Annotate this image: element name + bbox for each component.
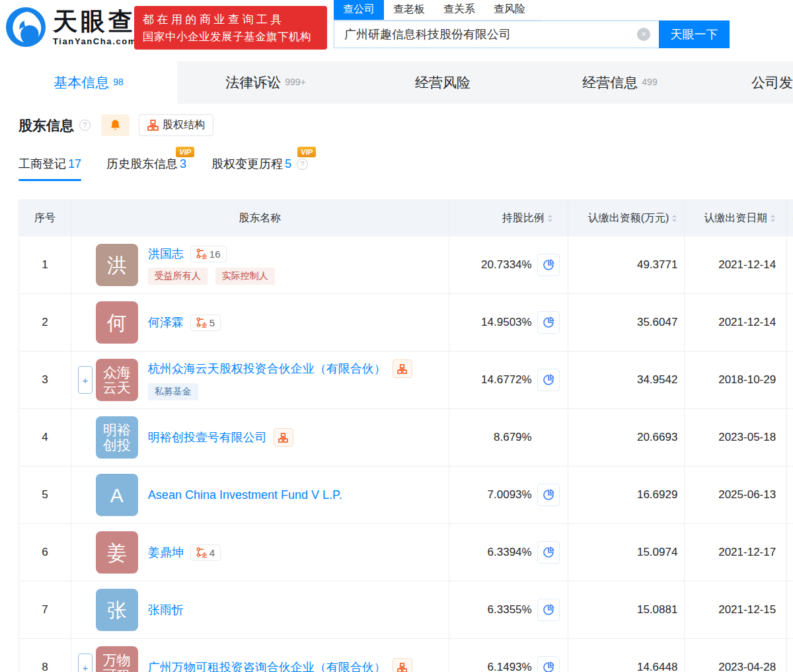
pie-chart-icon-button[interactable] <box>537 311 560 334</box>
subscribed-amount: 49.3771 <box>568 237 685 293</box>
shareholder-section: 股东信息 ? 股权结构 工商登记17历史股东信息3VIP股权变更历程5VIP? <box>0 104 793 672</box>
shareholder-table: 序号股东名称持股比例认缴出资额(万元)认缴出资日期实 1洪洪国志企16受益所有人… <box>19 200 793 672</box>
ratio-value: 20.7334% <box>481 258 532 272</box>
equity-structure-icon-button[interactable] <box>274 428 293 447</box>
search-tab-查关系[interactable]: 查关系 <box>434 0 484 20</box>
name-body: 姜鼎坤企4 <box>148 544 221 561</box>
search-tab-查公司[interactable]: 查公司 <box>334 0 384 20</box>
subtab-历史股东信息[interactable]: 历史股东信息3VIP <box>106 156 186 181</box>
row-number: 6 <box>19 524 71 581</box>
expand-button[interactable]: + <box>78 653 93 672</box>
name-body: 洪国志企16受益所有人实际控制人 <box>148 246 275 285</box>
pie-chart-icon-button[interactable] <box>537 599 560 621</box>
avatar[interactable]: 姜 <box>96 531 138 574</box>
column-header-5[interactable]: 认缴出资日期 <box>685 200 787 237</box>
subscribed-date: 2021-12-14 <box>685 294 787 351</box>
column-header-label: 序号 <box>34 211 56 225</box>
logo-text: 天眼查 TianYanCha.com <box>53 9 137 46</box>
shareholder-name-link[interactable]: 何泽霖 <box>148 315 184 330</box>
name-line: Asean China Investment Fund V L.P. <box>148 488 342 502</box>
nav-tab-count: 499 <box>642 77 657 87</box>
related-companies-badge[interactable]: 企16 <box>190 246 227 262</box>
ratio-cell: 6.1493% <box>449 639 568 672</box>
equity-structure-label: 股权结构 <box>163 118 205 132</box>
subscribed-date: 2023-04-28 <box>685 639 787 672</box>
equity-structure-icon-button[interactable] <box>393 359 412 378</box>
shareholder-name-cell: +众海云天杭州众海云天股权投资合伙企业（有限合伙）私募基金 <box>71 352 449 408</box>
shareholder-name-link[interactable]: 明裕创投壹号有限公司 <box>148 429 267 445</box>
column-header-3[interactable]: 持股比例 <box>449 200 568 237</box>
pie-chart-icon-button[interactable] <box>537 254 560 276</box>
row-number: 4 <box>19 409 71 466</box>
avatar[interactable]: A <box>96 474 138 516</box>
table-row: 3+众海云天杭州众海云天股权投资合伙企业（有限合伙）私募基金14.6772%34… <box>19 352 793 409</box>
table-row: 1洪洪国志企16受益所有人实际控制人20.7334%49.37712021-12… <box>19 237 793 294</box>
related-companies-badge[interactable]: 企4 <box>190 544 221 561</box>
equity-structure-button[interactable]: 股权结构 <box>139 114 213 136</box>
ratio-cell: 20.7334% <box>449 237 568 293</box>
nav-tab-label: 公司发展 <box>751 73 793 92</box>
column-header-label: 认缴出资额(万元) <box>588 211 669 225</box>
pie-chart-icon-button[interactable] <box>537 656 560 672</box>
shareholder-name-link[interactable]: 广州万物可租投资咨询合伙企业（有限合伙） <box>148 659 386 672</box>
clipped-cell <box>787 352 793 408</box>
clipped-cell <box>787 237 793 293</box>
clipped-cell <box>787 409 793 466</box>
avatar[interactable]: 明裕创投 <box>96 416 138 459</box>
org-chart-icon <box>147 120 159 131</box>
name-body: 广州万物可租投资咨询合伙企业（有限合伙） <box>148 658 412 672</box>
column-header-4[interactable]: 认缴出资额(万元) <box>568 200 685 237</box>
subscribed-date: 2021-12-17 <box>685 524 787 581</box>
ratio-value: 6.3355% <box>488 603 532 616</box>
related-companies-badge[interactable]: 企5 <box>190 315 221 331</box>
search-area: 查公司查老板查关系查风险 × 天眼一下 <box>334 0 730 48</box>
clear-search-icon[interactable]: × <box>637 28 650 41</box>
avatar[interactable]: 万物可租 <box>96 646 138 672</box>
shareholder-name-link[interactable]: 洪国志 <box>148 246 184 262</box>
equity-structure-icon-button[interactable] <box>393 658 412 672</box>
shareholder-name-link[interactable]: 张雨忻 <box>148 602 184 618</box>
subtab-help-icon[interactable]: ? <box>297 159 308 170</box>
pie-chart-icon-button[interactable] <box>537 369 560 391</box>
avatar[interactable]: 洪 <box>96 244 138 286</box>
subtab-股权变更历程[interactable]: 股权变更历程5VIP? <box>211 156 308 181</box>
clipped-cell <box>787 524 793 581</box>
ad-banner-line1: 都在用的商业查询工具 <box>143 11 319 28</box>
nav-tab-经营信息[interactable]: 经营信息499 <box>531 61 708 104</box>
nav-tab-法律诉讼[interactable]: 法律诉讼999+ <box>177 61 354 104</box>
subscribed-amount: 34.9542 <box>568 352 685 408</box>
avatar[interactable]: 众海云天 <box>96 359 138 401</box>
avatar[interactable]: 何 <box>96 301 138 344</box>
column-header-label: 认缴出资日期 <box>704 211 767 225</box>
page: 天眼查 TianYanCha.com 都在用的商业查询工具 国家中小企业发展子基… <box>0 0 793 672</box>
table-row: 4明裕创投明裕创投壹号有限公司8.679%20.66932023-05-18 <box>19 409 793 467</box>
shareholder-name-link[interactable]: 杭州众海云天股权投资合伙企业（有限合伙） <box>148 361 386 377</box>
ratio-value: 6.1493% <box>488 661 532 672</box>
search-button[interactable]: 天眼一下 <box>659 20 730 48</box>
shareholder-name-link[interactable]: Asean China Investment Fund V L.P. <box>148 488 342 502</box>
subscribed-date: 2021-12-15 <box>685 581 787 638</box>
search-input[interactable] <box>334 20 659 48</box>
shareholder-tag: 私募基金 <box>148 383 198 400</box>
avatar[interactable]: 张 <box>96 589 138 631</box>
pie-chart-icon-button[interactable] <box>537 541 560 564</box>
search-tab-查老板[interactable]: 查老板 <box>384 0 434 20</box>
nav-tab-公司发展[interactable]: 公司发展 <box>708 61 793 104</box>
subscribe-bell-button[interactable] <box>101 114 130 136</box>
nav-tab-经营风险[interactable]: 经营风险 <box>354 61 531 104</box>
related-companies-count: 16 <box>209 248 221 260</box>
nav-tab-基本信息[interactable]: 基本信息98 <box>0 61 177 104</box>
subtab-工商登记[interactable]: 工商登记17 <box>19 156 81 181</box>
tianyancha-logo[interactable]: 天眼查 TianYanCha.com <box>5 7 137 48</box>
shareholder-name-link[interactable]: 姜鼎坤 <box>148 544 184 560</box>
row-number: 7 <box>19 581 71 638</box>
subscribed-amount: 35.6047 <box>568 294 685 351</box>
section-help-icon[interactable]: ? <box>79 120 91 131</box>
table-row: 6姜姜鼎坤企46.3394%15.09742021-12-17 <box>19 524 793 581</box>
expand-button[interactable]: + <box>78 366 93 394</box>
pie-chart-icon-button[interactable] <box>537 484 560 506</box>
subscribed-amount: 16.6929 <box>568 467 685 523</box>
search-tab-查风险[interactable]: 查风险 <box>484 0 535 20</box>
ratio-cell: 7.0093% <box>449 467 568 523</box>
tag-line: 受益所有人实际控制人 <box>148 268 275 285</box>
